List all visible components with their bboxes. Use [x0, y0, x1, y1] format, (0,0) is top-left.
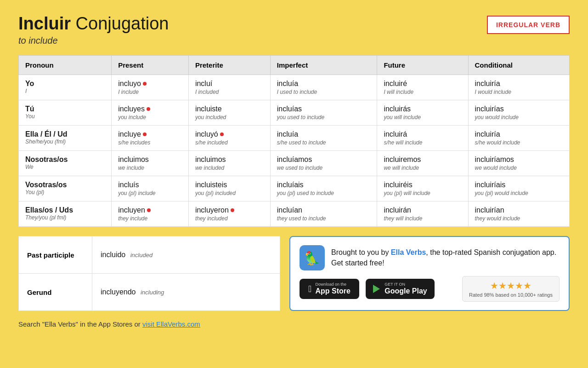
ad-top: 🦜 Brought to you by Ella Verbs, the top-… [300, 245, 560, 270]
table-header-row: Pronoun Present Preterite Imperfect Futu… [19, 56, 570, 75]
cell-conditional: incluiríamoswe would include [468, 151, 570, 176]
cell-conditional: incluirías/he would include [468, 126, 570, 151]
cell-imperfect: incluías/he used to include [270, 126, 377, 151]
cell-pronoun: TúYou [19, 100, 112, 126]
table-row: Nosotras/osWeincluimoswe includeincluimo… [19, 151, 570, 176]
cell-future: incluirás/he will include [377, 126, 468, 151]
cell-preterite: incluyós/he included [188, 126, 270, 151]
footer-search: Search "Ella Verbs" in the App Stores or… [18, 320, 570, 328]
conjugation-table: Pronoun Present Preterite Imperfect Futu… [18, 55, 570, 227]
cell-future: incluiréisyou (pl) will include [377, 176, 468, 201]
google-top-text: GET IT ON [384, 282, 427, 287]
cell-present: incluísyou (pl) include [112, 176, 189, 201]
participle-table: Past participle incluido included Gerund… [18, 236, 280, 311]
cell-future: incluiremoswe will include [377, 151, 468, 176]
cell-preterite: incluíI included [188, 75, 270, 100]
cell-pronoun: YoI [19, 75, 112, 100]
table-row: YoIincluyoI includeincluíI includedinclu… [19, 75, 570, 100]
cell-conditional: incluiríaisyou (pl) would include [468, 176, 570, 201]
app-icon: 🦜 [300, 245, 325, 270]
cell-pronoun: Nosotras/osWe [19, 151, 112, 176]
cell-preterite: incluisteyou included [188, 100, 270, 126]
rating-box: ★★★★★ Rated 98% based on 10,000+ ratings [462, 276, 560, 302]
apple-store-button[interactable]:  Download on the App Store [300, 279, 359, 299]
table-row: TúYouincluyesyou includeincluisteyou inc… [19, 100, 570, 126]
table-row: Vosotras/osYou (pl)incluísyou (pl) inclu… [19, 176, 570, 201]
gerund-label: Gerund [19, 274, 92, 311]
cell-imperfect: incluíaI used to include [270, 75, 377, 100]
svg-text:🦜: 🦜 [304, 251, 320, 266]
cell-preterite: incluyeronthey included [188, 201, 270, 227]
cell-imperfect: incluíaisyou (pl) used to include [270, 176, 377, 201]
gerund-value: incluyendo including [92, 274, 280, 311]
ad-bottom:  Download on the App Store GET IT ON Go… [300, 276, 560, 302]
google-main-text: Google Play [384, 287, 427, 295]
ella-verbs-website-link[interactable]: visit EllaVerbs.com [142, 320, 200, 328]
cell-conditional: incluiríasyou would include [468, 100, 570, 126]
cell-preterite: incluimoswe included [188, 151, 270, 176]
ad-text: Brought to you by Ella Verbs, the top-ra… [331, 247, 560, 268]
apple-main-text: App Store [315, 287, 350, 295]
col-conditional: Conditional [468, 56, 570, 75]
cell-pronoun: Ella / Él / UdShe/he/you (fml) [19, 126, 112, 151]
past-participle-label: Past participle [19, 236, 92, 274]
cell-imperfect: incluíamoswe used to include [270, 151, 377, 176]
cell-future: incluiréI will include [377, 75, 468, 100]
cell-present: incluyes/he includes [112, 126, 189, 151]
cell-imperfect: incluíasyou used to include [270, 100, 377, 126]
cell-pronoun: Vosotras/osYou (pl) [19, 176, 112, 201]
cell-imperfect: incluíanthey used to include [270, 201, 377, 227]
title-block: Incluir Conjugation to include [18, 14, 169, 46]
cell-present: incluyesyou include [112, 100, 189, 126]
col-future: Future [377, 56, 468, 75]
cell-future: incluiránthey will include [377, 201, 468, 227]
bottom-section: Past participle incluido included Gerund… [18, 236, 570, 311]
past-participle-value: incluido included [92, 236, 280, 274]
past-participle-row: Past participle incluido included [19, 236, 280, 274]
table-row: Ellas/os / UdsThey/you (pl fml)incluyent… [19, 201, 570, 227]
apple-logo-icon:  [308, 284, 311, 293]
col-present: Present [112, 56, 189, 75]
cell-future: incluirásyou will include [377, 100, 468, 126]
table-row: Ella / Él / UdShe/he/you (fml)incluyes/h… [19, 126, 570, 151]
play-icon [373, 285, 380, 293]
star-rating: ★★★★★ [469, 280, 553, 291]
cell-present: incluyoI include [112, 75, 189, 100]
google-play-button[interactable]: GET IT ON Google Play [366, 279, 435, 299]
cell-pronoun: Ellas/os / UdsThey/you (pl fml) [19, 201, 112, 227]
rating-text: Rated 98% based on 10,000+ ratings [469, 292, 553, 298]
col-imperfect: Imperfect [270, 56, 377, 75]
ella-verbs-link[interactable]: Ella Verbs [391, 248, 426, 256]
cell-preterite: incluisteisyou (pl) included [188, 176, 270, 201]
page-title: Incluir Conjugation [18, 14, 169, 34]
subtitle: to include [18, 35, 169, 46]
page-header: Incluir Conjugation to include IRREGULAR… [18, 14, 570, 46]
cell-conditional: incluiríaI would include [468, 75, 570, 100]
cell-present: incluimoswe include [112, 151, 189, 176]
col-preterite: Preterite [188, 56, 270, 75]
ad-box: 🦜 Brought to you by Ella Verbs, the top-… [289, 236, 570, 311]
cell-present: incluyenthey include [112, 201, 189, 227]
apple-top-text: Download on the [315, 282, 350, 287]
cell-conditional: incluiríanthey would include [468, 201, 570, 227]
gerund-row: Gerund incluyendo including [19, 274, 280, 311]
col-pronoun: Pronoun [19, 56, 112, 75]
irregular-badge: IRREGULAR VERB [487, 16, 570, 34]
